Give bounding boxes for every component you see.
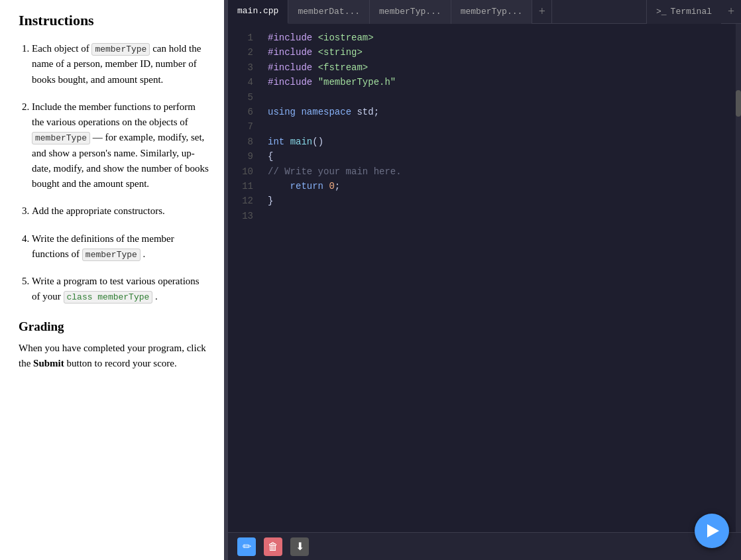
code-line-5 [268, 90, 736, 105]
code-content[interactable]: #include <iostream> #include <string> #i… [261, 24, 736, 532]
code-class-memberType: class memberType [64, 291, 153, 304]
value-zero: 0 [329, 181, 334, 192]
download-icon: ⬇ [296, 540, 304, 553]
list-item: Each object of memberType can hold the n… [32, 41, 209, 87]
add-tab-button[interactable]: + [532, 0, 552, 24]
list-item: Add the appropriate constructors. [32, 203, 209, 219]
download-button[interactable]: ⬇ [290, 537, 309, 556]
keyword-using: using [268, 107, 296, 117]
list-item: Include the member functions to perform … [32, 99, 209, 192]
code-memberType-2: memberType [32, 132, 90, 144]
line-num: 7 [228, 119, 253, 134]
editor-bottom-bar: ✏ 🗑 ⬇ [228, 532, 741, 560]
code-line-10: // Write your main here. [268, 164, 736, 179]
open-brace: { [268, 151, 273, 162]
code-line-11: return 0; [268, 179, 736, 194]
item-text: . [152, 291, 158, 302]
line-num: 6 [228, 105, 253, 119]
terminal-icon: >_ [656, 7, 667, 17]
code-line-13 [268, 209, 736, 223]
instructions-list: Each object of memberType can hold the n… [19, 41, 209, 305]
instructions-title: Instructions [19, 12, 209, 29]
line-num: 11 [228, 179, 253, 194]
list-item: Write a program to test various operatio… [32, 274, 209, 305]
code-line-12: } [268, 194, 736, 208]
line-num: 2 [228, 45, 253, 60]
line-num: 10 [228, 164, 253, 179]
keyword-return: return [290, 181, 323, 192]
parens: () [312, 137, 323, 147]
tab-membertyp-1[interactable]: memberTyp... [370, 0, 451, 24]
semicolon: ; [335, 181, 340, 192]
tab-main-cpp[interactable]: main.cpp [228, 0, 288, 24]
line-num: 1 [228, 30, 253, 45]
keyword-include: #include [268, 62, 312, 73]
code-line-3: #include <fstream> [268, 60, 736, 75]
keyword-namespace: namespace [301, 107, 351, 117]
comment-main: // Write your main here. [268, 166, 402, 177]
item-text: Include the member functions to perform … [32, 101, 196, 127]
code-line-4: #include "memberType.h" [268, 75, 736, 89]
lib-string: <string> [318, 47, 363, 58]
run-button[interactable] [695, 514, 729, 548]
lib-iostream: <iostream> [318, 32, 374, 43]
tab-memberdat[interactable]: memberDat... [288, 0, 370, 24]
code-line-1: #include <iostream> [268, 30, 736, 45]
keyword-int: int [268, 137, 284, 147]
keyword-include: #include [268, 32, 312, 43]
code-line-6: using namespace std; [268, 105, 736, 119]
code-memberType-1: memberType [91, 43, 150, 56]
instructions-panel: Instructions Each object of memberType c… [0, 0, 224, 560]
function-main: main [290, 137, 313, 147]
lib-fstream: <fstream> [318, 62, 369, 73]
line-num: 4 [228, 75, 253, 89]
line-num: 13 [228, 209, 253, 223]
line-num: 3 [228, 60, 253, 75]
delete-icon: 🗑 [268, 541, 278, 553]
line-num: 8 [228, 135, 253, 149]
line-num: 12 [228, 194, 253, 208]
item-text: Each object of [32, 43, 91, 54]
grading-text: When you have completed your program, cl… [19, 341, 209, 372]
add-terminal-button[interactable]: + [721, 0, 741, 24]
code-editor-area[interactable]: 1 2 3 4 5 6 7 8 9 10 11 12 13 #include <… [228, 24, 741, 532]
semicolon: ; [374, 107, 379, 117]
lib-membertype-h: "memberType.h" [318, 77, 396, 87]
edit-button[interactable]: ✏ [237, 537, 256, 556]
editor-panel: main.cpp memberDat... memberTyp... membe… [228, 0, 741, 560]
tabs-bar: main.cpp memberDat... memberTyp... membe… [228, 0, 741, 24]
line-num: 5 [228, 90, 253, 105]
submit-bold: Submit [33, 358, 64, 368]
list-item: Write the definitions of the member func… [32, 231, 209, 262]
code-memberType-3: memberType [82, 249, 141, 261]
item-text: Add the appropriate constructors. [32, 205, 165, 216]
keyword-include: #include [268, 47, 312, 58]
keyword-include: #include [268, 77, 312, 87]
editor-vertical-scrollbar[interactable] [736, 24, 741, 532]
code-line-9: { [268, 149, 736, 164]
play-icon [707, 524, 719, 537]
item-text: . [141, 249, 146, 259]
close-brace: } [268, 196, 273, 206]
edit-icon: ✏ [243, 540, 251, 553]
code-line-2: #include <string> [268, 45, 736, 60]
scrollbar-thumb[interactable] [736, 90, 741, 117]
code-line-7 [268, 119, 736, 134]
keyword-std: std [357, 107, 373, 117]
grading-title: Grading [19, 319, 209, 334]
terminal-tab[interactable]: >_ Terminal [646, 0, 721, 24]
code-line-8: int main() [268, 135, 736, 149]
tab-membertyp-2[interactable]: memberTyp... [451, 0, 533, 24]
delete-button[interactable]: 🗑 [264, 537, 282, 556]
grading-text-after: button to record your score. [64, 358, 177, 368]
line-num: 9 [228, 149, 253, 164]
line-numbers: 1 2 3 4 5 6 7 8 9 10 11 12 13 [228, 24, 261, 532]
